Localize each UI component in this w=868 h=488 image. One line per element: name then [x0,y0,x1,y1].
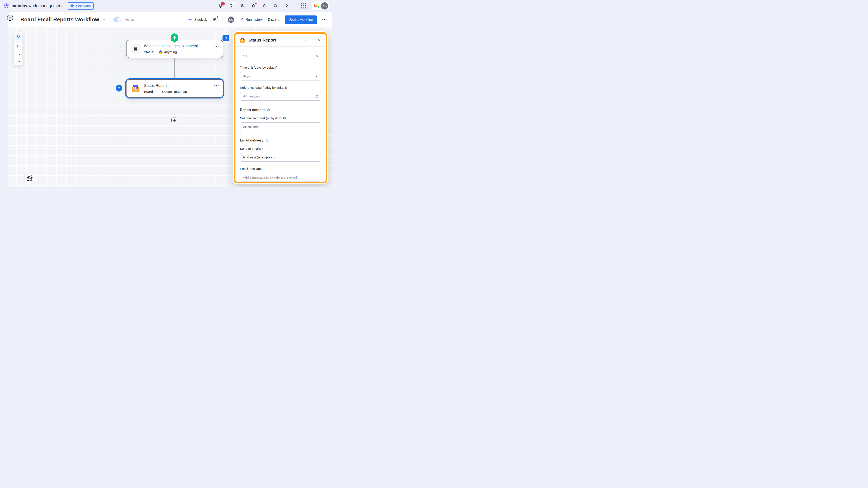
connector-line-dashed [174,98,175,118]
email-report-icon-small [239,37,246,43]
info-icon[interactable] [265,138,269,142]
clock-icon [315,94,319,98]
account-chip[interactable]: KK [312,1,329,10]
board-field-label: Board: [144,90,162,94]
columns-select[interactable]: All columns [240,123,321,131]
update-workflow-button[interactable]: Update workflow [285,15,317,24]
clear-input-icon[interactable] [316,55,319,58]
board-field-value[interactable]: Ocean Roadmap [162,90,187,94]
zoom-out-tool[interactable] [15,57,22,64]
debug-bug-button[interactable] [24,172,36,185]
see-plans-button[interactable]: See plans [67,2,94,9]
run-history-button[interactable]: Run history [240,18,263,22]
chevron-down-icon [102,18,106,22]
diamond-icon [70,4,74,8]
active-toggle[interactable] [113,18,122,22]
collaborator-avatar[interactable]: KK [228,17,234,23]
monday-logo-icon [3,3,9,9]
whats-new-gift-icon[interactable] [212,18,217,22]
inbox-count-badge: 3 [232,2,236,5]
status-report-node-title: Status Report [144,84,167,88]
workflow-header: Board Email Reports Workflow Active [8,12,332,28]
status-report-config-panel: Status Report Time unit (days by default… [233,31,328,184]
add-step-button[interactable] [172,118,177,123]
zoom-in-tool[interactable] [15,50,22,56]
board-icon [131,44,140,54]
email-report-icon [131,84,141,93]
trigger-field-label: Status: [144,50,158,54]
trigger-lightning-badge [170,33,179,43]
select-cursor-tool[interactable] [15,34,22,40]
step-number-2-badge: 2 [116,85,122,92]
brand-text: monday work management [11,3,63,8]
topbar-divider [295,3,295,9]
monday-m-logo-icon [314,4,319,8]
connector-line [174,58,175,79]
invite-members-icon[interactable] [240,3,245,8]
sidekick-button[interactable]: Sidekick [188,18,207,22]
notifications-count-badge: 3 [221,2,225,5]
center-on-selection-button[interactable] [222,35,229,41]
quantity-input[interactable] [240,52,321,60]
send-to-emails-input[interactable] [240,153,321,162]
trigger-field-value[interactable]: Anything [164,50,177,54]
sidekick-sparkle-icon [188,18,192,22]
panel-close-icon[interactable] [316,37,322,43]
reference-date-input[interactable] [240,92,321,101]
panel-header-divider [312,37,312,43]
email-delivery-heading: Email delivery [240,138,264,142]
email-message-input[interactable] [240,173,321,182]
apps-marketplace-icon[interactable] [251,3,256,8]
chevron-down-icon [315,125,318,129]
reference-date-label: Reference date (today by default) [240,86,321,89]
user-avatar[interactable]: KK [321,2,328,9]
run-history-icon [240,18,244,22]
brand[interactable]: monday work management [3,3,63,9]
status-report-node-menu-icon[interactable] [214,85,218,86]
time-unit-label: Time unit (days by default) [240,66,321,69]
chevron-down-icon [315,74,318,78]
columns-label: Columns in report (all by default) [240,116,321,120]
panel-header: Status Report [236,34,326,46]
panel-more-menu-icon[interactable] [302,37,309,43]
search-icon[interactable] [273,3,278,8]
assistant-robot-icon[interactable] [262,3,267,8]
active-toggle-label: Active [125,18,134,22]
trigger-node-title: When status changes to somethi… [144,44,201,48]
discard-button[interactable]: Discard [268,18,279,22]
workflow-title: Board Email Reports Workflow [20,17,99,23]
report-content-heading: Report content [240,108,265,112]
expand-sidebar-button[interactable] [7,14,13,21]
help-icon[interactable]: ? [284,3,289,8]
send-to-emails-label: Send to emails* [240,147,321,151]
gift-notification-dot [216,16,219,18]
top-bar: monday work management See plans 3 3 [0,0,332,12]
info-icon[interactable] [267,108,270,111]
time-unit-select[interactable]: days [240,72,321,80]
app-switcher-icon[interactable] [301,3,306,8]
status-report-node-selected[interactable]: Status Report Board: Ocean Roadmap [126,79,223,98]
required-marker: * [261,147,263,151]
canvas-toolbar [14,32,23,65]
apps-notification-dot [255,2,257,4]
header-more-menu-icon[interactable] [322,19,327,20]
inbox-icon[interactable]: 3 [229,3,234,8]
step-number-1: 1 [119,45,121,50]
fit-view-tool[interactable] [15,43,22,49]
notifications-bell-icon[interactable]: 3 [218,3,223,8]
email-message-label: Email message [240,167,321,170]
panel-title: Status Report [248,38,300,42]
trigger-node-menu-icon[interactable] [214,46,218,46]
panel-body: Time unit (days by default) days Referen… [236,46,326,182]
status-color-wheel-icon [159,51,162,54]
workflow-title-menu[interactable]: Board Email Reports Workflow [20,17,106,23]
